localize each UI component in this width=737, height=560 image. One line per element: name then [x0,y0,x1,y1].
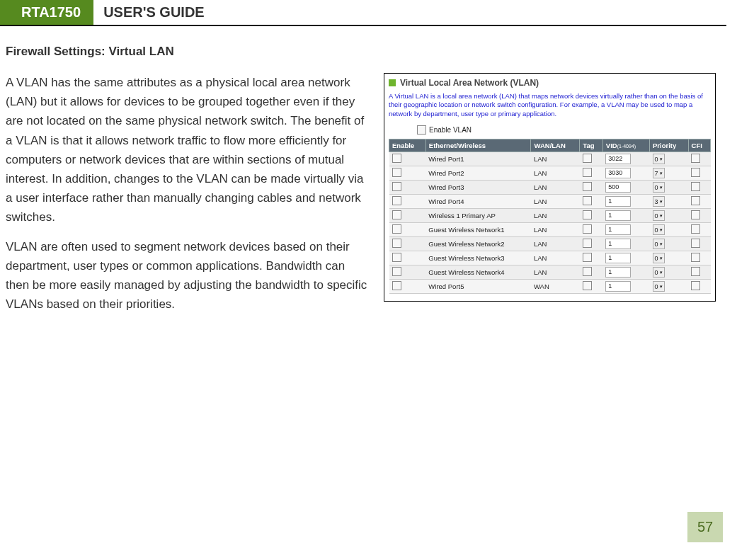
row-vid-input[interactable]: 1 [605,253,631,263]
paragraph-1: A VLAN has the same attributes as a phys… [6,73,371,227]
row-enable-checkbox[interactable] [392,210,401,219]
row-cfi-checkbox[interactable] [691,168,700,177]
chevron-down-icon: ▾ [660,199,663,205]
chevron-down-icon: ▾ [660,156,663,162]
row-vid-input[interactable]: 1 [605,196,631,207]
row-name: Guest Wireless Network2 [425,237,531,251]
row-priority-select[interactable]: 0▾ [653,182,665,193]
page-header: RTA1750 USER'S GUIDE [0,0,726,26]
table-row: Guest Wireless Network3LAN10▾ [389,251,711,265]
vlan-screenshot: Virtual Local Area Network (VLAN) A Virt… [384,73,716,302]
row-vid-input[interactable]: 1 [605,224,631,235]
row-priority-select[interactable]: 0▾ [653,210,665,221]
row-enable-checkbox[interactable] [392,281,401,290]
row-name: Wireless 1 Primary AP [425,209,531,223]
row-wanlan: LAN [531,251,580,265]
row-enable-checkbox[interactable] [392,239,401,248]
table-row: Wired Port2LAN30307▾ [389,166,711,181]
row-wanlan: LAN [531,195,580,209]
row-cfi-checkbox[interactable] [691,267,700,276]
row-cfi-checkbox[interactable] [691,154,700,163]
row-wanlan: LAN [531,181,580,195]
table-row: Guest Wireless Network2LAN10▾ [389,237,711,251]
page-number: 57 [687,512,723,542]
row-cfi-checkbox[interactable] [691,281,700,290]
row-priority-select[interactable]: 0▾ [653,267,665,278]
row-name: Wired Port1 [425,152,531,166]
row-tag-checkbox[interactable] [583,281,592,290]
chevron-down-icon: ▾ [660,256,663,261]
table-row: Wireless 1 Primary APLAN10▾ [389,209,711,223]
col-enable: Enable [389,139,426,152]
table-row: Guest Wireless Network1LAN10▾ [389,223,711,237]
col-eth: Ethernet/Wireless [425,139,531,152]
row-name: Guest Wireless Network3 [425,251,531,265]
header-model: RTA1750 [0,0,93,25]
row-vid-input[interactable]: 1 [605,239,631,249]
table-row: Wired Port3LAN5000▾ [389,181,711,195]
row-tag-checkbox[interactable] [583,182,592,191]
row-enable-checkbox[interactable] [392,168,401,177]
row-priority-select[interactable]: 0▾ [653,253,665,263]
row-tag-checkbox[interactable] [583,168,592,177]
row-vid-input[interactable]: 1 [605,281,631,292]
row-cfi-checkbox[interactable] [691,239,700,248]
row-vid-input[interactable]: 3022 [605,154,631,164]
row-tag-checkbox[interactable] [583,210,592,219]
row-cfi-checkbox[interactable] [691,182,700,191]
row-name: Guest Wireless Network1 [425,223,531,237]
screenshot-title: Virtual Local Area Network (VLAN) [400,78,539,88]
row-tag-checkbox[interactable] [583,253,592,262]
row-cfi-checkbox[interactable] [691,253,700,262]
row-enable-checkbox[interactable] [392,154,401,163]
bullet-square-icon [389,79,396,86]
body-text: A VLAN has the same attributes as a phys… [6,73,371,324]
row-priority-select[interactable]: 0▾ [653,224,665,235]
row-tag-checkbox[interactable] [583,196,592,205]
row-vid-input[interactable]: 500 [605,182,631,193]
row-name: Wired Port3 [425,181,531,195]
enable-vlan-row: Enable VLAN [417,125,711,135]
row-priority-select[interactable]: 3▾ [653,196,665,207]
row-enable-checkbox[interactable] [392,267,401,276]
col-cfi: CFI [688,139,710,152]
table-row: Wired Port5WAN10▾ [389,280,711,294]
table-row: Guest Wireless Network4LAN10▾ [389,265,711,280]
row-name: Guest Wireless Network4 [425,265,531,280]
row-priority-select[interactable]: 0▾ [653,281,665,292]
row-enable-checkbox[interactable] [392,224,401,234]
section-title: Firewall Settings: Virtual LAN [6,45,716,59]
chevron-down-icon: ▾ [660,270,663,275]
row-enable-checkbox[interactable] [392,196,401,205]
row-tag-checkbox[interactable] [583,239,592,248]
row-wanlan: LAN [531,166,580,181]
col-tag: Tag [580,139,603,152]
screenshot-title-row: Virtual Local Area Network (VLAN) [389,78,711,88]
row-enable-checkbox[interactable] [392,253,401,262]
table-row: Wired Port4LAN13▾ [389,195,711,209]
row-wanlan: LAN [531,265,580,280]
row-vid-input[interactable]: 1 [605,210,631,221]
row-tag-checkbox[interactable] [583,224,592,234]
col-priority: Priority [650,139,689,152]
row-tag-checkbox[interactable] [583,154,592,163]
row-enable-checkbox[interactable] [392,182,401,191]
row-tag-checkbox[interactable] [583,267,592,276]
row-vid-input[interactable]: 1 [605,267,631,278]
row-priority-select[interactable]: 0▾ [653,154,665,164]
row-name: Wired Port4 [425,195,531,209]
enable-vlan-checkbox[interactable] [417,125,426,135]
chevron-down-icon: ▾ [660,185,663,190]
row-wanlan: LAN [531,223,580,237]
col-wanlan: WAN/LAN [531,139,580,152]
screenshot-description: A Virtual LAN is a local area network (L… [389,92,711,118]
row-cfi-checkbox[interactable] [691,196,700,205]
chevron-down-icon: ▾ [660,284,663,290]
row-cfi-checkbox[interactable] [691,224,700,234]
row-cfi-checkbox[interactable] [691,210,700,219]
row-priority-select[interactable]: 0▾ [653,239,665,249]
row-wanlan: LAN [531,209,580,223]
row-priority-select[interactable]: 7▾ [653,168,665,178]
row-vid-input[interactable]: 3030 [605,168,631,178]
chevron-down-icon: ▾ [660,241,663,247]
